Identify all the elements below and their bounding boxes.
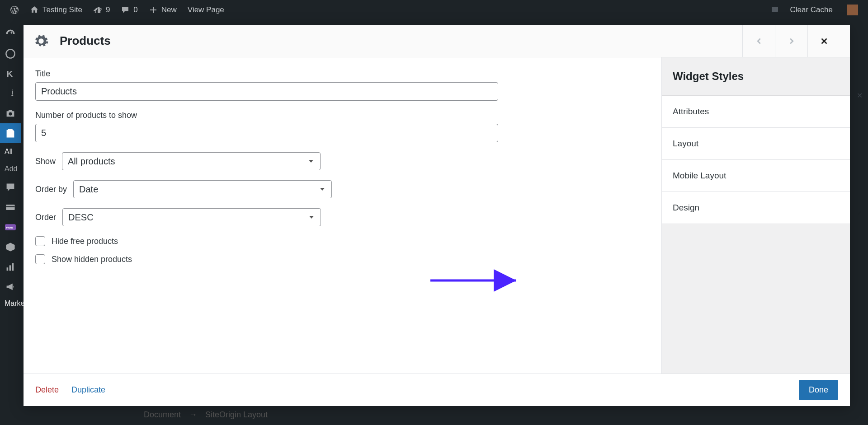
dashboard-icon: [5, 28, 16, 39]
widget-edit-modal: Products Title Number of products to sho…: [24, 25, 850, 406]
show-label: Show: [35, 157, 56, 166]
menu-marketing[interactable]: [0, 277, 21, 297]
menu-dashboard[interactable]: [0, 24, 21, 44]
woo-icon: woo: [5, 222, 16, 233]
svg-rect-9: [9, 265, 11, 271]
delete-link[interactable]: Delete: [35, 385, 59, 395]
menu-products[interactable]: [0, 237, 21, 257]
svg-text:woo: woo: [6, 225, 14, 229]
new-link[interactable]: New: [143, 0, 182, 19]
menu-performance[interactable]: [0, 44, 21, 64]
box-icon: [5, 242, 16, 252]
menu-contact[interactable]: [0, 197, 21, 217]
comment-icon: [121, 5, 130, 14]
plus-icon: [149, 5, 158, 14]
k-icon: K: [5, 68, 16, 79]
modal-title: Products: [60, 34, 111, 48]
submenu-all[interactable]: All: [0, 143, 21, 160]
svg-text:K: K: [7, 69, 13, 79]
card-icon: [5, 202, 16, 213]
svg-rect-0: [772, 7, 778, 12]
close-button[interactable]: [807, 25, 840, 57]
show-hidden-input[interactable]: [35, 254, 45, 264]
chevron-left-icon: [754, 36, 764, 46]
home-icon: [30, 5, 39, 14]
bar-chart-icon: [5, 262, 16, 272]
comment-icon: [5, 182, 16, 193]
menu-pages[interactable]: [0, 123, 21, 143]
done-button[interactable]: Done: [799, 380, 838, 400]
camera-icon: [5, 108, 16, 119]
avatar: [847, 5, 858, 15]
clear-cache-link[interactable]: Clear Cache: [785, 0, 839, 19]
orderby-select[interactable]: Date: [73, 180, 332, 198]
bg-dismiss-icon: ✕: [857, 91, 863, 100]
duplicate-link[interactable]: Duplicate: [71, 385, 105, 395]
update-icon: [93, 5, 102, 14]
comments-count: 0: [133, 5, 137, 14]
gear-icon: [33, 33, 49, 49]
num-products-input[interactable]: [35, 124, 498, 142]
widget-form: Title Number of products to show Show Al…: [24, 57, 662, 374]
order-label: Order: [35, 213, 56, 222]
close-icon: [819, 36, 829, 46]
prev-button[interactable]: [742, 25, 775, 57]
orderby-label: Order by: [35, 185, 67, 194]
bg-check-icon: ✓: [857, 209, 863, 217]
menu-comments[interactable]: [0, 177, 21, 197]
breadcrumb-siteorigin[interactable]: SiteOrigin Layout: [205, 410, 268, 420]
updates-link[interactable]: 9: [88, 0, 115, 19]
admin-bar: Testing Site 9 0 New View Page Clear Cac…: [0, 0, 868, 19]
hide-free-checkbox[interactable]: Hide free products: [35, 236, 650, 246]
wp-logo[interactable]: [5, 0, 24, 19]
styles-section-design[interactable]: Design: [662, 192, 850, 224]
show-hidden-checkbox[interactable]: Show hidden products: [35, 254, 650, 264]
svg-rect-10: [12, 263, 14, 271]
breadcrumb-document[interactable]: Document: [144, 410, 181, 420]
breadcrumb-arrow: →: [189, 410, 197, 420]
styles-section-mobile-layout[interactable]: Mobile Layout: [662, 160, 850, 192]
site-name-link[interactable]: Testing Site: [24, 0, 88, 19]
menu-media[interactable]: [0, 103, 21, 123]
menu-marketing-label[interactable]: Marketing: [0, 295, 21, 312]
updates-count: 9: [106, 5, 110, 14]
menu-posts[interactable]: [0, 84, 21, 103]
menu-woocommerce[interactable]: woo: [0, 217, 21, 237]
gauge-icon: [5, 48, 16, 59]
admin-menu: K All Add woo Marketing: [0, 19, 21, 425]
breadcrumb: Document → SiteOrigin Layout: [144, 410, 268, 420]
speech-bubble-icon: [770, 5, 779, 14]
menu-analytics[interactable]: [0, 257, 21, 277]
pin-icon: [5, 88, 16, 99]
menu-kinsta[interactable]: K: [0, 64, 21, 84]
modal-header: Products: [24, 25, 850, 57]
megaphone-icon: [5, 281, 16, 292]
submenu-add[interactable]: Add: [0, 160, 21, 177]
next-button[interactable]: [775, 25, 807, 57]
styles-section-layout[interactable]: Layout: [662, 128, 850, 160]
num-label: Number of products to show: [35, 111, 650, 120]
chevron-right-icon: [787, 36, 797, 46]
order-select[interactable]: DESC: [62, 208, 321, 226]
svg-rect-8: [7, 267, 9, 271]
svg-rect-5: [6, 206, 14, 207]
styles-section-attributes[interactable]: Attributes: [662, 96, 850, 128]
widget-styles-heading: Widget Styles: [662, 57, 850, 96]
wordpress-icon: [10, 5, 19, 14]
show-select[interactable]: All products: [62, 152, 321, 170]
notifications-icon[interactable]: [765, 0, 785, 19]
svg-point-3: [9, 112, 12, 116]
title-label: Title: [35, 69, 650, 79]
site-name: Testing Site: [42, 5, 82, 14]
pages-icon: [5, 128, 16, 139]
my-account[interactable]: [838, 0, 863, 19]
widget-styles-panel: Widget Styles Attributes Layout Mobile L…: [662, 57, 850, 374]
title-input[interactable]: [35, 82, 498, 101]
modal-footer: Delete Duplicate Done: [24, 374, 850, 406]
new-label: New: [161, 5, 177, 14]
hide-free-input[interactable]: [35, 236, 45, 246]
view-page-link[interactable]: View Page: [182, 0, 230, 19]
comments-link[interactable]: 0: [115, 0, 143, 19]
